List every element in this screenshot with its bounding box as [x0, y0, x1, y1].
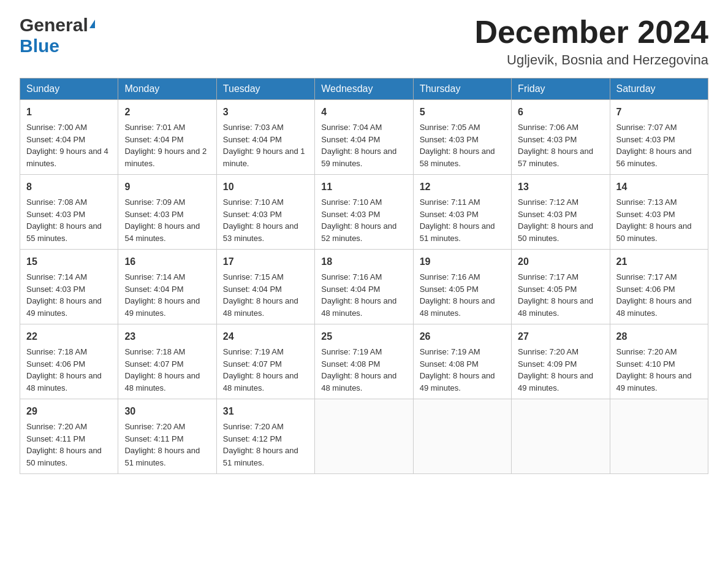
- daylight-label: Daylight: 8 hours and 48 minutes.: [321, 296, 396, 318]
- sunrise-label: Sunrise: 7:04 AM: [321, 123, 382, 132]
- daylight-label: Daylight: 8 hours and 48 minutes.: [518, 296, 593, 318]
- day-number: 6: [518, 105, 603, 120]
- sunrise-label: Sunrise: 7:17 AM: [616, 272, 677, 282]
- week-row-5: 29Sunrise: 7:20 AMSunset: 4:11 PMDayligh…: [20, 399, 708, 474]
- day-number: 8: [26, 180, 112, 194]
- daylight-label: Daylight: 8 hours and 54 minutes.: [124, 221, 200, 243]
- calendar-cell: 13Sunrise: 7:12 AMSunset: 4:03 PMDayligh…: [512, 175, 610, 250]
- weekday-header-row: SundayMondayTuesdayWednesdayThursdayFrid…: [20, 79, 708, 100]
- day-number: 17: [223, 255, 308, 269]
- sunrise-label: Sunrise: 7:20 AM: [223, 422, 284, 431]
- sunset-label: Sunset: 4:06 PM: [616, 285, 675, 294]
- sunrise-label: Sunrise: 7:03 AM: [223, 123, 284, 132]
- daylight-label: Daylight: 8 hours and 48 minutes.: [321, 371, 396, 393]
- day-number: 25: [321, 329, 406, 344]
- day-number: 5: [420, 105, 505, 120]
- daylight-label: Daylight: 8 hours and 58 minutes.: [420, 147, 495, 168]
- daylight-label: Daylight: 8 hours and 48 minutes.: [223, 296, 298, 318]
- sunset-label: Sunset: 4:03 PM: [223, 210, 282, 219]
- sunrise-label: Sunrise: 7:19 AM: [420, 347, 480, 356]
- calendar-cell: 17Sunrise: 7:15 AMSunset: 4:04 PMDayligh…: [216, 250, 314, 324]
- calendar-cell: 2Sunrise: 7:01 AMSunset: 4:04 PMDaylight…: [118, 100, 216, 175]
- daylight-label: Daylight: 8 hours and 50 minutes.: [616, 221, 692, 243]
- day-number: 14: [616, 180, 702, 194]
- calendar-cell: 6Sunrise: 7:06 AMSunset: 4:03 PMDaylight…: [512, 100, 610, 175]
- daylight-label: Daylight: 8 hours and 49 minutes.: [26, 296, 102, 318]
- calendar-cell: 15Sunrise: 7:14 AMSunset: 4:03 PMDayligh…: [20, 250, 118, 324]
- day-number: 23: [124, 329, 210, 344]
- sunset-label: Sunset: 4:03 PM: [518, 135, 577, 144]
- calendar-cell: 3Sunrise: 7:03 AMSunset: 4:04 PMDaylight…: [216, 100, 314, 175]
- day-number: 21: [616, 255, 702, 269]
- day-number: 20: [518, 255, 603, 269]
- sunrise-label: Sunrise: 7:11 AM: [420, 197, 480, 207]
- sunset-label: Sunset: 4:04 PM: [223, 135, 282, 144]
- daylight-label: Daylight: 8 hours and 48 minutes.: [26, 371, 102, 393]
- logo-triangle-icon: [89, 20, 95, 28]
- day-number: 16: [124, 255, 210, 269]
- week-row-4: 22Sunrise: 7:18 AMSunset: 4:06 PMDayligh…: [20, 324, 708, 399]
- daylight-label: Daylight: 8 hours and 50 minutes.: [26, 446, 102, 467]
- sunset-label: Sunset: 4:04 PM: [124, 285, 183, 294]
- daylight-label: Daylight: 8 hours and 49 minutes.: [124, 296, 200, 318]
- sunset-label: Sunset: 4:04 PM: [124, 135, 183, 144]
- sunrise-label: Sunrise: 7:09 AM: [124, 197, 185, 207]
- sunset-label: Sunset: 4:03 PM: [420, 210, 479, 219]
- weekday-header-thursday: Thursday: [413, 79, 511, 100]
- calendar-cell: 18Sunrise: 7:16 AMSunset: 4:04 PMDayligh…: [315, 250, 413, 324]
- day-number: 15: [26, 255, 112, 269]
- calendar-cell: 11Sunrise: 7:10 AMSunset: 4:03 PMDayligh…: [315, 175, 413, 250]
- sunset-label: Sunset: 4:06 PM: [26, 359, 85, 369]
- week-row-2: 8Sunrise: 7:08 AMSunset: 4:03 PMDaylight…: [20, 175, 708, 250]
- day-number: 11: [321, 180, 406, 194]
- sunrise-label: Sunrise: 7:20 AM: [616, 347, 677, 356]
- calendar-cell: 26Sunrise: 7:19 AMSunset: 4:08 PMDayligh…: [413, 324, 511, 399]
- calendar-cell: 25Sunrise: 7:19 AMSunset: 4:08 PMDayligh…: [315, 324, 413, 399]
- sunset-label: Sunset: 4:10 PM: [616, 359, 675, 369]
- sunrise-label: Sunrise: 7:16 AM: [321, 272, 382, 282]
- sunrise-label: Sunrise: 7:10 AM: [223, 197, 284, 207]
- week-row-1: 1Sunrise: 7:00 AMSunset: 4:04 PMDaylight…: [20, 100, 708, 175]
- daylight-label: Daylight: 8 hours and 49 minutes.: [518, 371, 593, 393]
- sunset-label: Sunset: 4:08 PM: [321, 359, 380, 369]
- sunset-label: Sunset: 4:03 PM: [124, 210, 183, 219]
- sunset-label: Sunset: 4:05 PM: [518, 285, 577, 294]
- day-number: 12: [420, 180, 505, 194]
- title-section: December 2024 Ugljevik, Bosnia and Herze…: [474, 15, 708, 68]
- sunrise-label: Sunrise: 7:18 AM: [26, 347, 87, 356]
- daylight-label: Daylight: 8 hours and 48 minutes.: [223, 371, 298, 393]
- sunset-label: Sunset: 4:03 PM: [321, 210, 380, 219]
- daylight-label: Daylight: 8 hours and 56 minutes.: [616, 147, 692, 168]
- weekday-header-tuesday: Tuesday: [216, 79, 314, 100]
- calendar-cell: 1Sunrise: 7:00 AMSunset: 4:04 PMDaylight…: [20, 100, 118, 175]
- sunrise-label: Sunrise: 7:19 AM: [321, 347, 382, 356]
- sunrise-label: Sunrise: 7:12 AM: [518, 197, 578, 207]
- calendar-cell: [315, 399, 413, 474]
- daylight-label: Daylight: 9 hours and 4 minutes.: [26, 147, 108, 168]
- calendar-cell: 22Sunrise: 7:18 AMSunset: 4:06 PMDayligh…: [20, 324, 118, 399]
- sunrise-label: Sunrise: 7:08 AM: [26, 197, 87, 207]
- sunrise-label: Sunrise: 7:16 AM: [420, 272, 480, 282]
- sunrise-label: Sunrise: 7:19 AM: [223, 347, 284, 356]
- calendar-cell: 24Sunrise: 7:19 AMSunset: 4:07 PMDayligh…: [216, 324, 314, 399]
- day-number: 19: [420, 255, 505, 269]
- day-number: 27: [518, 329, 603, 344]
- day-number: 2: [124, 105, 210, 120]
- sunrise-label: Sunrise: 7:05 AM: [420, 123, 480, 132]
- sunrise-label: Sunrise: 7:13 AM: [616, 197, 677, 207]
- daylight-label: Daylight: 8 hours and 50 minutes.: [518, 221, 593, 243]
- sunrise-label: Sunrise: 7:01 AM: [124, 123, 185, 132]
- sunrise-label: Sunrise: 7:06 AM: [518, 123, 578, 132]
- daylight-label: Daylight: 8 hours and 59 minutes.: [321, 147, 396, 168]
- sunset-label: Sunset: 4:05 PM: [420, 285, 479, 294]
- daylight-label: Daylight: 8 hours and 51 minutes.: [124, 446, 200, 467]
- calendar-cell: 31Sunrise: 7:20 AMSunset: 4:12 PMDayligh…: [216, 399, 314, 474]
- sunrise-label: Sunrise: 7:10 AM: [321, 197, 382, 207]
- day-number: 22: [26, 329, 112, 344]
- calendar-cell: 14Sunrise: 7:13 AMSunset: 4:03 PMDayligh…: [610, 175, 708, 250]
- daylight-label: Daylight: 8 hours and 48 minutes.: [124, 371, 200, 393]
- week-row-3: 15Sunrise: 7:14 AMSunset: 4:03 PMDayligh…: [20, 250, 708, 324]
- sunset-label: Sunset: 4:12 PM: [223, 434, 282, 443]
- daylight-label: Daylight: 8 hours and 51 minutes.: [223, 446, 298, 467]
- daylight-label: Daylight: 8 hours and 55 minutes.: [26, 221, 102, 243]
